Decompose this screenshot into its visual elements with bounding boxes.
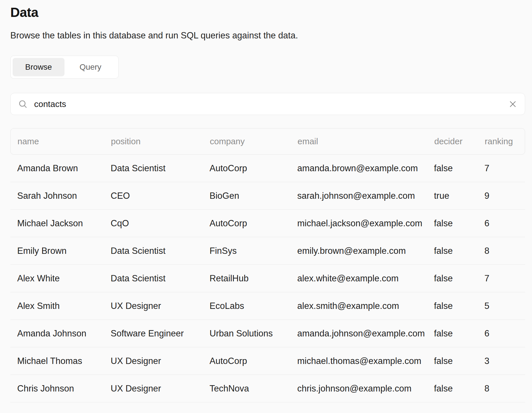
- close-icon: [508, 100, 517, 108]
- table-row: Emily BrownData ScientistFinSysemily.bro…: [10, 237, 525, 265]
- cell-decider: false: [434, 218, 484, 229]
- cell-name: Chris Johnson: [17, 383, 111, 394]
- cell-decider: false: [434, 301, 484, 311]
- cell-ranking: 8: [484, 246, 525, 256]
- table-row: Chris JohnsonUX DesignerTechNovachris.jo…: [10, 375, 525, 402]
- cell-position: UX Designer: [111, 383, 210, 394]
- cell-decider: false: [434, 328, 484, 339]
- cell-name: Amanda Brown: [17, 163, 111, 174]
- table-header-row: namepositioncompanyemaildeciderranking: [10, 128, 525, 155]
- magnifier-icon: [18, 99, 28, 109]
- cell-name: Michael Thomas: [17, 356, 111, 366]
- table-row: Michael JacksonCqOAutoCorpmichael.jackso…: [10, 210, 525, 237]
- cell-position: Data Scientist: [111, 246, 210, 256]
- cell-ranking: 6: [484, 218, 525, 229]
- cell-position: Software Engineer: [111, 328, 210, 339]
- cell-name: Michael Jackson: [17, 218, 111, 229]
- cell-ranking: 8: [484, 383, 525, 394]
- column-header-company: company: [210, 137, 298, 146]
- table-row: Alex WhiteData ScientistRetailHubalex.wh…: [10, 265, 525, 292]
- cell-position: UX Designer: [111, 301, 210, 311]
- cell-company: AutoCorp: [210, 218, 297, 229]
- cell-email: amanda.brown@example.com: [297, 163, 434, 174]
- cell-company: EcoLabs: [210, 301, 297, 311]
- cell-company: FinSys: [210, 246, 297, 256]
- cell-ranking: 5: [484, 301, 525, 311]
- cell-decider: false: [434, 356, 484, 366]
- cell-email: alex.smith@example.com: [297, 301, 434, 311]
- table-row: Alex SmithUX DesignerEcoLabsalex.smith@e…: [10, 292, 525, 320]
- column-header-email: email: [298, 137, 434, 146]
- cell-ranking: 3: [484, 356, 525, 366]
- search-input[interactable]: [34, 99, 506, 109]
- cell-email: alex.white@example.com: [297, 273, 434, 284]
- cell-company: Urban Solutions: [210, 328, 297, 339]
- cell-company: BioGen: [210, 191, 297, 201]
- tab-browse[interactable]: Browse: [13, 58, 64, 76]
- table-row: Michael ThomasUX DesignerAutoCorpmichael…: [10, 347, 525, 375]
- cell-name: Alex White: [17, 273, 111, 284]
- cell-ranking: 7: [484, 273, 525, 284]
- cell-position: UX Designer: [111, 356, 210, 366]
- page-subtitle: Browse the tables in this database and r…: [10, 30, 525, 41]
- column-header-position: position: [111, 137, 210, 146]
- cell-position: Data Scientist: [111, 163, 210, 174]
- cell-name: Sarah Johnson: [17, 191, 111, 201]
- cell-decider: false: [434, 383, 484, 394]
- tab-query[interactable]: Query: [64, 58, 116, 76]
- cell-name: Amanda Johnson: [17, 328, 111, 339]
- cell-email: michael.jackson@example.com: [297, 218, 434, 229]
- cell-ranking: 9: [484, 191, 525, 201]
- table-body: Amanda BrownData ScientistAutoCorpamanda…: [10, 155, 525, 402]
- cell-decider: false: [434, 163, 484, 174]
- column-header-decider: decider: [434, 137, 485, 146]
- cell-decider: true: [434, 191, 484, 201]
- cell-company: TechNova: [210, 383, 297, 394]
- cell-ranking: 6: [484, 328, 525, 339]
- page-title: Data: [10, 4, 525, 21]
- cell-decider: false: [434, 273, 484, 284]
- table-row: Amanda JohnsonSoftware EngineerUrban Sol…: [10, 320, 525, 347]
- column-header-name: name: [17, 137, 111, 146]
- cell-position: Data Scientist: [111, 273, 210, 284]
- cell-company: RetailHub: [210, 273, 297, 284]
- cell-name: Emily Brown: [17, 246, 111, 256]
- table-row: Sarah JohnsonCEOBioGensarah.johnson@exam…: [10, 182, 525, 210]
- cell-email: michael.thomas@example.com: [297, 356, 434, 366]
- search-box[interactable]: [10, 93, 525, 115]
- column-header-ranking: ranking: [485, 137, 525, 146]
- cell-name: Alex Smith: [17, 301, 111, 311]
- cell-email: emily.brown@example.com: [297, 246, 434, 256]
- main-content: Data Browse the tables in this database …: [10, 0, 525, 402]
- cell-email: sarah.johnson@example.com: [297, 191, 434, 201]
- cell-ranking: 7: [484, 163, 525, 174]
- cell-position: CqO: [111, 218, 210, 229]
- view-mode-tabs: BrowseQuery: [10, 56, 119, 79]
- cell-decider: false: [434, 246, 484, 256]
- cell-company: AutoCorp: [210, 356, 297, 366]
- table-row: Amanda BrownData ScientistAutoCorpamanda…: [10, 155, 525, 182]
- clear-search-button[interactable]: [506, 98, 519, 110]
- cell-email: chris.johnson@example.com: [297, 383, 434, 394]
- cell-email: amanda.johnson@example.com: [297, 328, 434, 339]
- cell-position: CEO: [111, 191, 210, 201]
- cell-company: AutoCorp: [210, 163, 297, 174]
